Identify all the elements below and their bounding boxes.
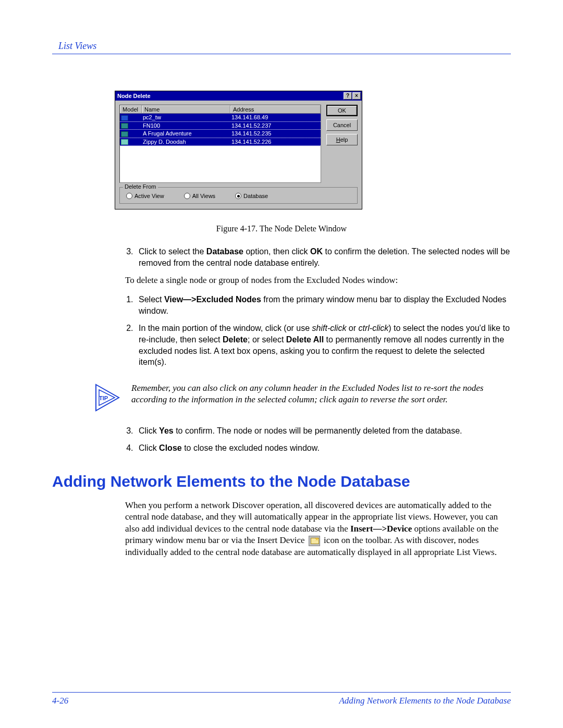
step-1: Select View—>Excluded Nodes from the pri… xyxy=(136,294,511,316)
node-icon xyxy=(121,139,128,145)
section-heading: Adding Network Elements to the Node Data… xyxy=(52,473,511,490)
close-icon[interactable]: × xyxy=(352,92,361,100)
svg-text:TIP: TIP xyxy=(99,395,108,401)
cell-name: Zippy D. Doodah xyxy=(142,138,230,146)
delete-from-legend: Delete From xyxy=(123,183,158,190)
footer-title: Adding Network Elements to the Node Data… xyxy=(339,696,511,706)
cell-address: 134.141.52.235 xyxy=(230,130,321,138)
insert-device-icon xyxy=(309,536,320,546)
cell-name: A Frugal Adventure xyxy=(142,130,230,138)
node-icon xyxy=(121,131,128,137)
header-rule xyxy=(52,54,511,54)
col-model[interactable]: Model xyxy=(120,105,142,113)
node-icon xyxy=(121,115,128,121)
cell-address: 134.141.52.237 xyxy=(230,122,321,130)
cell-address: 134.141.52.226 xyxy=(230,138,321,146)
radio-icon xyxy=(184,193,190,199)
node-icon xyxy=(121,123,128,129)
cell-name: pc2_tw xyxy=(142,114,230,121)
step-3b: Click Yes to confirm. The node or nodes … xyxy=(136,425,511,437)
ok-button[interactable]: OK xyxy=(326,105,358,116)
radio-active-view[interactable]: Active View xyxy=(126,193,164,199)
col-name[interactable]: Name xyxy=(142,105,230,113)
cell-name: FN100 xyxy=(142,122,230,130)
footer-rule xyxy=(52,692,511,693)
dialog-titlebar: Node Delete ? × xyxy=(115,91,362,101)
list-header: Model Name Address xyxy=(120,105,321,114)
cell-address: 134.141.68.49 xyxy=(230,114,321,121)
excluded-intro: To delete a single node or group of node… xyxy=(125,275,511,287)
table-row[interactable]: Zippy D. Doodah134.141.52.226 xyxy=(120,138,321,146)
delete-from-group: Delete From Active View All Views Databa… xyxy=(119,187,358,204)
figure-caption: Figure 4-17. The Node Delete Window xyxy=(52,224,511,233)
radio-icon-selected xyxy=(235,193,241,199)
radio-all-views[interactable]: All Views xyxy=(184,193,215,199)
step-4: Click Close to close the excluded nodes … xyxy=(136,442,511,454)
table-row[interactable]: A Frugal Adventure134.141.52.235 xyxy=(120,130,321,138)
step-2: In the main portion of the window, click… xyxy=(136,323,511,367)
tip-text: Remember, you can also click on any colu… xyxy=(131,382,511,405)
radio-icon xyxy=(126,193,132,199)
tip-icon: TIP xyxy=(94,382,123,415)
page-header-section: List Views xyxy=(52,41,511,52)
page-number: 4-26 xyxy=(52,696,68,706)
node-list[interactable]: Model Name Address pc2_tw134.141.68.49FN… xyxy=(119,105,321,183)
radio-database[interactable]: Database xyxy=(235,193,268,199)
help-button[interactable]: Help xyxy=(326,134,358,145)
cancel-button[interactable]: Cancel xyxy=(326,119,358,131)
step-3a: Click to select the Database option, the… xyxy=(136,246,511,268)
dialog-title: Node Delete xyxy=(116,93,343,99)
node-delete-dialog: Node Delete ? × Model Name Address pc2_t… xyxy=(115,91,362,209)
help-icon[interactable]: ? xyxy=(344,92,352,100)
table-row[interactable]: FN100134.141.52.237 xyxy=(120,122,321,130)
section-paragraph: When you perform a network Discover oper… xyxy=(125,500,511,558)
table-row[interactable]: pc2_tw134.141.68.49 xyxy=(120,114,321,122)
col-address[interactable]: Address xyxy=(230,105,321,113)
